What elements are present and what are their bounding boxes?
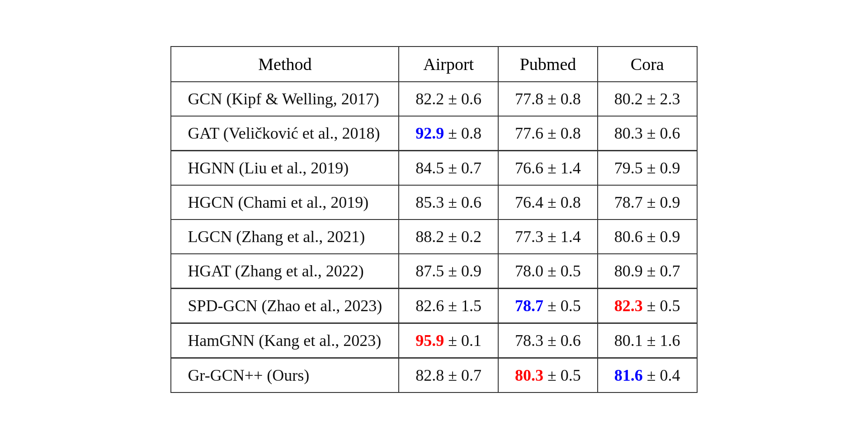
cora-pm: ± 0.5 (643, 297, 680, 315)
pubmed-pm: ± 0.5 (543, 366, 581, 384)
cora-value: 78.7 (614, 193, 643, 211)
airport-value: 82.2 (415, 90, 444, 108)
header-cora: Cora (598, 47, 697, 82)
table-row: HGAT (Zhang et al., 2022)87.5 ± 0.978.0 … (171, 254, 697, 289)
pubmed-value: 80.3 (515, 366, 543, 384)
cell-airport: 82.2 ± 0.6 (399, 82, 498, 116)
cell-method: HamGNN (Kang et al., 2023) (171, 323, 399, 358)
cell-method: HGAT (Zhang et al., 2022) (171, 254, 399, 289)
cell-pubmed: 76.6 ± 1.4 (498, 151, 598, 186)
cell-method: GCN (Kipf & Welling, 2017) (171, 82, 399, 116)
cell-method: LGCN (Zhang et al., 2021) (171, 220, 399, 254)
cell-pubmed: 76.4 ± 0.8 (498, 185, 598, 220)
airport-value: 95.9 (415, 332, 444, 350)
pubmed-value: 78.3 (515, 332, 543, 350)
pubmed-value: 78.7 (515, 297, 543, 315)
airport-pm: ± 0.2 (444, 228, 481, 246)
cell-cora: 82.3 ± 0.5 (598, 289, 697, 323)
pubmed-pm: ± 0.8 (543, 90, 581, 108)
cora-pm: ± 0.4 (643, 366, 680, 384)
cell-airport: 84.5 ± 0.7 (399, 151, 498, 186)
cell-pubmed: 80.3 ± 0.5 (498, 358, 598, 393)
airport-pm: ± 0.1 (444, 332, 481, 350)
pubmed-value: 77.6 (515, 124, 543, 142)
table-row: HamGNN (Kang et al., 2023)95.9 ± 0.178.3… (171, 323, 697, 358)
cell-method: GAT (Veličković et al., 2018) (171, 116, 399, 151)
airport-value: 87.5 (415, 262, 444, 280)
cell-pubmed: 77.3 ± 1.4 (498, 220, 598, 254)
cell-cora: 81.6 ± 0.4 (598, 358, 697, 393)
table-row: GCN (Kipf & Welling, 2017)82.2 ± 0.677.8… (171, 82, 697, 116)
pubmed-pm: ± 0.5 (543, 262, 581, 280)
airport-pm: ± 0.9 (444, 262, 481, 280)
cora-value: 80.9 (614, 262, 643, 280)
airport-pm: ± 0.7 (444, 366, 481, 384)
pubmed-pm: ± 0.5 (543, 297, 581, 315)
cell-method: HGCN (Chami et al., 2019) (171, 185, 399, 220)
pubmed-value: 77.8 (515, 90, 543, 108)
airport-value: 82.6 (415, 297, 444, 315)
cell-cora: 80.6 ± 0.9 (598, 220, 697, 254)
table-row: GAT (Veličković et al., 2018)92.9 ± 0.87… (171, 116, 697, 151)
table-row: SPD-GCN (Zhao et al., 2023)82.6 ± 1.578.… (171, 289, 697, 323)
airport-value: 88.2 (415, 228, 444, 246)
cell-airport: 95.9 ± 0.1 (399, 323, 498, 358)
cora-pm: ± 2.3 (643, 90, 680, 108)
cell-pubmed: 77.6 ± 0.8 (498, 116, 598, 151)
airport-pm: ± 1.5 (444, 297, 481, 315)
cell-method: HGNN (Liu et al., 2019) (171, 151, 399, 186)
pubmed-pm: ± 1.4 (543, 228, 581, 246)
pubmed-value: 78.0 (515, 262, 543, 280)
cora-value: 80.3 (614, 124, 643, 142)
airport-value: 82.8 (415, 366, 444, 384)
cell-pubmed: 78.3 ± 0.6 (498, 323, 598, 358)
pubmed-value: 77.3 (515, 228, 543, 246)
pubmed-pm: ± 0.8 (543, 124, 581, 142)
cell-airport: 85.3 ± 0.6 (399, 185, 498, 220)
airport-pm: ± 0.7 (444, 159, 481, 177)
cora-pm: ± 0.9 (643, 193, 680, 211)
cora-value: 80.1 (614, 332, 643, 350)
cell-pubmed: 78.0 ± 0.5 (498, 254, 598, 289)
airport-value: 92.9 (415, 124, 444, 142)
cell-cora: 80.1 ± 1.6 (598, 323, 697, 358)
cell-pubmed: 77.8 ± 0.8 (498, 82, 598, 116)
cell-pubmed: 78.7 ± 0.5 (498, 289, 598, 323)
header-method: Method (171, 47, 399, 82)
cell-cora: 79.5 ± 0.9 (598, 151, 697, 186)
cora-value: 81.6 (614, 366, 643, 384)
pubmed-pm: ± 0.6 (543, 332, 581, 350)
pubmed-pm: ± 1.4 (543, 159, 581, 177)
cora-value: 80.6 (614, 228, 643, 246)
header-row: Method Airport Pubmed Cora (171, 47, 697, 82)
airport-pm: ± 0.6 (444, 193, 481, 211)
cell-method: Gr-GCN++ (Ours) (171, 358, 399, 393)
pubmed-value: 76.4 (515, 193, 543, 211)
pubmed-pm: ± 0.8 (543, 193, 581, 211)
cora-pm: ± 0.9 (643, 228, 680, 246)
table-row: LGCN (Zhang et al., 2021)88.2 ± 0.277.3 … (171, 220, 697, 254)
header-pubmed: Pubmed (498, 47, 598, 82)
pubmed-value: 76.6 (515, 159, 543, 177)
results-table: Method Airport Pubmed Cora GCN (Kipf & W… (170, 46, 697, 393)
cell-cora: 78.7 ± 0.9 (598, 185, 697, 220)
cell-airport: 82.8 ± 0.7 (399, 358, 498, 393)
cora-pm: ± 0.9 (643, 159, 680, 177)
cora-pm: ± 0.6 (643, 124, 680, 142)
cell-cora: 80.3 ± 0.6 (598, 116, 697, 151)
cora-value: 79.5 (614, 159, 643, 177)
cora-value: 80.2 (614, 90, 643, 108)
airport-value: 85.3 (415, 193, 444, 211)
table-row: Gr-GCN++ (Ours)82.8 ± 0.780.3 ± 0.581.6 … (171, 358, 697, 393)
table-row: HGNN (Liu et al., 2019)84.5 ± 0.776.6 ± … (171, 151, 697, 186)
cora-value: 82.3 (614, 297, 643, 315)
cell-cora: 80.2 ± 2.3 (598, 82, 697, 116)
cell-airport: 88.2 ± 0.2 (399, 220, 498, 254)
cell-cora: 80.9 ± 0.7 (598, 254, 697, 289)
cora-pm: ± 1.6 (643, 332, 680, 350)
header-airport: Airport (399, 47, 498, 82)
table-row: HGCN (Chami et al., 2019)85.3 ± 0.676.4 … (171, 185, 697, 220)
cell-airport: 87.5 ± 0.9 (399, 254, 498, 289)
cell-airport: 92.9 ± 0.8 (399, 116, 498, 151)
cell-method: SPD-GCN (Zhao et al., 2023) (171, 289, 399, 323)
